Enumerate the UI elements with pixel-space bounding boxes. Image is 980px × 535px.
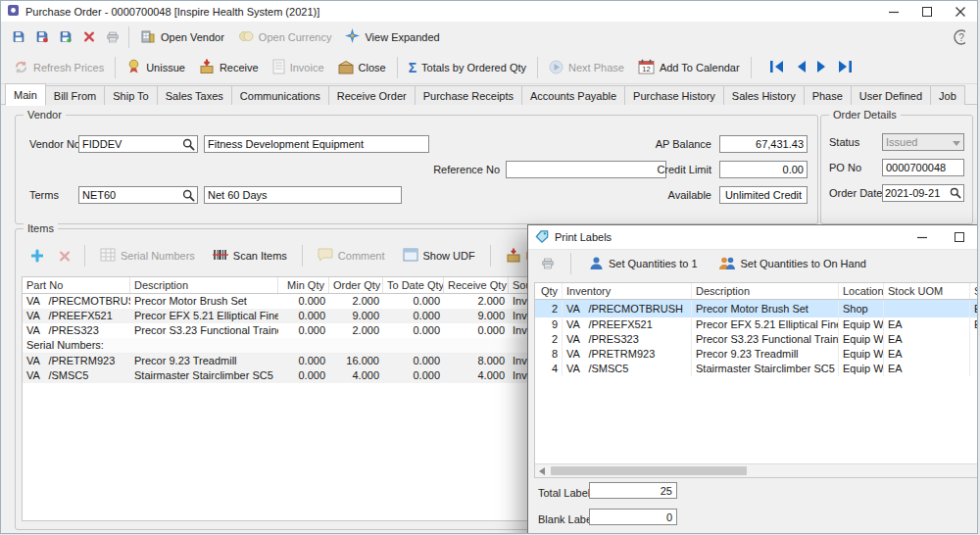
table-row[interactable]: 2VA /PRES323Precor S3.23 Functional Trai… — [535, 332, 978, 347]
comment-button[interactable]: Comment — [311, 243, 392, 268]
col-part-no[interactable]: Part No — [23, 277, 130, 293]
help-icon[interactable]: ? — [948, 25, 971, 49]
tab-purchase-receipts[interactable]: Purchase Receipts — [415, 85, 522, 105]
tab-main[interactable]: Main — [5, 83, 46, 106]
vendor-no-value: FIDDEV — [82, 138, 122, 150]
scroll-left-icon[interactable] — [535, 465, 549, 477]
add-line-button[interactable] — [25, 244, 49, 268]
ap-balance-value: 67,431.43 — [756, 138, 804, 150]
unissue-button[interactable]: Unissue — [120, 55, 192, 80]
col-location[interactable]: Location — [839, 283, 884, 299]
terms-lookup-icon[interactable] — [181, 188, 196, 203]
blank-labels-field[interactable]: 0 — [589, 509, 677, 525]
vendor-no-field[interactable]: FIDDEV — [78, 135, 198, 153]
print-labels-tag-icon — [535, 230, 549, 245]
scrollbar-thumb[interactable] — [551, 466, 747, 475]
terms-description-field[interactable]: Net 60 Days — [204, 186, 402, 204]
last-record-icon[interactable] — [838, 60, 854, 75]
minimize-icon[interactable] — [877, 1, 910, 22]
status-value: Issued — [886, 136, 917, 148]
vendor-lookup-icon[interactable] — [181, 137, 196, 152]
add-to-calendar-button[interactable]: 12 Add To Calendar — [631, 55, 747, 80]
col-inventory[interactable]: Inventory — [563, 283, 692, 299]
tab-accounts-payable[interactable]: Accounts Payable — [521, 85, 625, 105]
tab-user-defined[interactable]: User Defined — [851, 85, 931, 105]
tab-bill-from[interactable]: Bill From — [45, 85, 105, 105]
tab-communications[interactable]: Communications — [231, 85, 329, 105]
table-row[interactable]: 2 VA /PRECMOTBRUSH Precor Motor Brush Se… — [535, 300, 978, 317]
total-labels-field[interactable]: 25 — [589, 482, 677, 499]
col-qty[interactable]: Qty — [535, 283, 563, 299]
close-order-label: Close — [359, 62, 386, 73]
app-icon — [7, 4, 20, 19]
first-record-icon[interactable] — [769, 60, 785, 75]
save-new-button[interactable] — [54, 25, 77, 49]
horizontal-scrollbar[interactable] — [535, 463, 978, 477]
print-button[interactable] — [101, 25, 124, 49]
totals-by-ordered-qty-button[interactable]: Σ Totals by Ordered Qty — [402, 55, 533, 80]
table-row[interactable]: 8VA /PRETRM923Precor 9.23 TreadmillEquip… — [535, 347, 978, 362]
dialog-maximize-icon[interactable] — [941, 225, 978, 249]
set-quantities-to-1-button[interactable]: Set Quantities to 1 — [582, 251, 705, 276]
dialog-minimize-icon[interactable] — [904, 225, 941, 249]
previous-record-icon[interactable] — [795, 60, 807, 75]
vendor-name-field[interactable]: Fitness Development Equipment — [204, 135, 429, 153]
col-next[interactable]: S — [970, 283, 978, 299]
toolbar-separator — [84, 245, 85, 267]
view-expanded-button[interactable]: View Expanded — [338, 24, 446, 50]
toolbar-separator — [397, 57, 398, 78]
col-min-qty[interactable]: Min Qty — [278, 277, 329, 293]
svg-text:?: ? — [958, 31, 964, 42]
order-details-legend: Order Details — [829, 108, 901, 122]
terms-description-value: Net 60 Days — [208, 189, 268, 201]
close-order-button[interactable]: Close — [331, 55, 393, 80]
receive-button[interactable]: Receive — [192, 55, 266, 80]
tab-phase[interactable]: Phase — [804, 85, 852, 105]
order-date-field[interactable]: 2021-09-21 — [882, 184, 964, 202]
delete-line-button[interactable] — [53, 244, 76, 268]
col-stock-uom[interactable]: Stock UOM — [884, 283, 970, 299]
table-row[interactable]: 4VA /SMSC5Stairmaster Stairclimber SC5Eq… — [535, 362, 978, 376]
status-dropdown[interactable]: Issued — [882, 133, 964, 151]
svg-text:12: 12 — [642, 65, 650, 73]
tab-purchase-history[interactable]: Purchase History — [624, 85, 724, 105]
tab-sales-taxes[interactable]: Sales Taxes — [157, 85, 232, 105]
calendar-icon: 12 — [638, 59, 655, 76]
save-close-button[interactable] — [30, 25, 54, 49]
table-row[interactable]: 9VA /PREEFX521Precor EFX 5.21 Elliptical… — [535, 317, 978, 332]
tab-strip: Main Bill From Ship To Sales Taxes Commu… — [3, 85, 975, 105]
refresh-prices-label: Refresh Prices — [33, 62, 104, 73]
open-currency-button[interactable]: Open Currency — [231, 24, 339, 50]
expand-star-icon — [345, 28, 360, 45]
date-lookup-icon[interactable] — [948, 186, 962, 201]
close-icon[interactable] — [944, 1, 977, 22]
po-no-field[interactable]: 0000700048 — [882, 159, 964, 176]
save-button[interactable] — [7, 25, 30, 49]
scan-items-button[interactable]: Scan Items — [206, 243, 294, 268]
show-udf-button[interactable]: Show UDF — [396, 243, 482, 268]
tab-receive-order[interactable]: Receive Order — [328, 85, 416, 105]
next-record-icon[interactable] — [816, 60, 828, 75]
tab-job[interactable]: Job — [930, 85, 965, 105]
tab-sales-history[interactable]: Sales History — [723, 85, 805, 105]
po-no-label: PO No — [829, 159, 861, 176]
delete-button[interactable] — [77, 25, 101, 49]
chevron-down-icon — [953, 136, 960, 148]
main-toolbar: Open Vendor Open Currency View Expanded … — [1, 22, 977, 53]
set-quantities-to-on-hand-button[interactable]: Set Quantities to On Hand — [711, 251, 873, 276]
dialog-print-button[interactable] — [536, 252, 560, 275]
refresh-prices-button[interactable]: Refresh Prices — [7, 55, 111, 80]
serial-numbers-button[interactable]: Serial Numbers — [93, 243, 202, 268]
col-to-date-qty[interactable]: To Date Qty — [383, 277, 444, 293]
open-vendor-button[interactable]: Open Vendor — [133, 24, 231, 50]
tab-ship-to[interactable]: Ship To — [104, 85, 158, 105]
col-description[interactable]: Description — [692, 283, 839, 299]
invoice-button[interactable]: Invoice — [266, 55, 331, 80]
col-order-qty[interactable]: Order Qty — [329, 277, 383, 293]
terms-code-field[interactable]: NET60 — [78, 186, 198, 204]
totals-label: Totals by Ordered Qty — [421, 62, 526, 73]
next-phase-button[interactable]: Next Phase — [542, 55, 631, 80]
col-receive-qty[interactable]: Receive Qty — [444, 277, 509, 293]
col-description[interactable]: Description — [130, 277, 278, 293]
maximize-icon[interactable] — [910, 1, 944, 22]
